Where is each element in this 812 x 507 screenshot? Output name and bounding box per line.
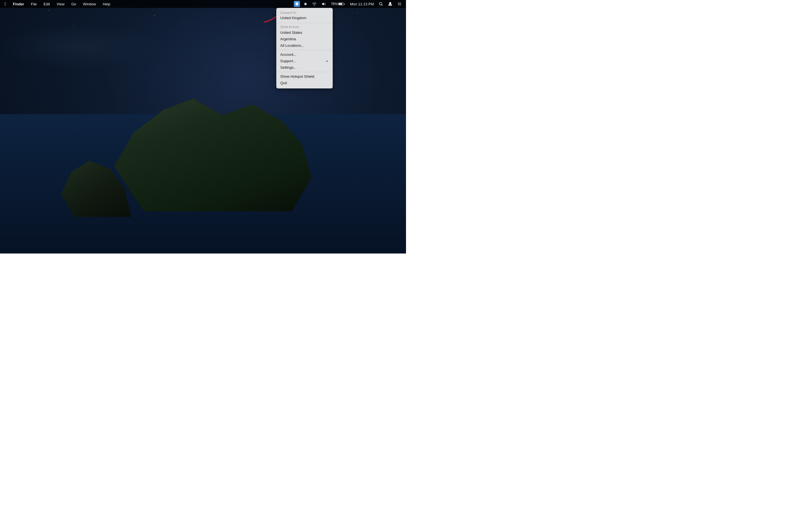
control-center-icon[interactable] xyxy=(396,1,403,6)
battery-icon xyxy=(338,3,344,5)
menubar:  Finder File Edit View Go Window Help ✱ xyxy=(0,0,406,8)
edit-menu[interactable]: Edit xyxy=(43,1,51,7)
desktop-background xyxy=(0,0,406,253)
spotlight-search-icon[interactable] xyxy=(378,1,384,6)
datetime-label: Mon 11:13 PM xyxy=(350,2,374,6)
quick-access-item-all-locations[interactable]: All Locations... xyxy=(276,42,333,49)
datetime-display[interactable]: Mon 11:13 PM xyxy=(349,1,375,7)
quick-access-label: Quick Access: xyxy=(276,24,333,29)
support-item[interactable]: Support... ► xyxy=(276,58,333,64)
svg-point-3 xyxy=(398,3,399,4)
volume-icon[interactable] xyxy=(320,2,327,6)
battery-status[interactable]: 76% xyxy=(329,1,346,6)
show-hotspot-shield-item[interactable]: Show Hotspot Shield xyxy=(276,73,333,80)
menubar-left:  Finder File Edit View Go Window Help xyxy=(3,1,111,7)
quit-item[interactable]: Quit xyxy=(276,80,333,86)
settings-item[interactable]: Settings... xyxy=(276,64,333,71)
quick-access-item-argentina[interactable]: Argentina xyxy=(276,36,333,42)
connect-to-section: Connect To: United Kingdom xyxy=(276,9,333,23)
svg-point-5 xyxy=(400,4,401,5)
svg-line-1 xyxy=(382,5,383,6)
account-section: Account... Support... ► Settings... xyxy=(276,50,333,72)
hotspot-shield-svg xyxy=(295,2,299,6)
connect-to-label: Connect To: xyxy=(276,10,333,15)
hotspot-shield-dropdown: Connect To: United Kingdom Quick Access:… xyxy=(276,8,333,89)
finder-menu[interactable]: Finder xyxy=(12,1,26,7)
apple-menu[interactable]:  xyxy=(3,1,7,7)
file-menu[interactable]: File xyxy=(30,1,38,7)
hotspot-shield-icon[interactable] xyxy=(294,1,300,7)
help-menu[interactable]: Help xyxy=(101,1,111,7)
window-menu[interactable]: Window xyxy=(82,1,97,7)
user-profile-icon[interactable] xyxy=(387,1,394,7)
wifi-icon[interactable] xyxy=(311,2,318,6)
svg-point-0 xyxy=(379,3,382,5)
account-item[interactable]: Account... xyxy=(276,51,333,58)
bluetooth-icon[interactable]: ✱ xyxy=(303,1,308,7)
quick-access-item-us[interactable]: United States xyxy=(276,29,333,36)
go-menu[interactable]: Go xyxy=(70,1,77,7)
connect-to-value[interactable]: United Kingdom xyxy=(276,15,333,22)
show-quit-section: Show Hotspot Shield Quit xyxy=(276,72,333,87)
battery-percent-label: 76% xyxy=(331,2,338,6)
menubar-right: ✱ 76% Mon 11:13 PM xyxy=(294,1,403,7)
support-submenu-arrow: ► xyxy=(326,59,329,62)
svg-point-2 xyxy=(389,2,391,4)
view-menu[interactable]: View xyxy=(56,1,66,7)
quick-access-section: Quick Access: United States Argentina Al… xyxy=(276,23,333,50)
